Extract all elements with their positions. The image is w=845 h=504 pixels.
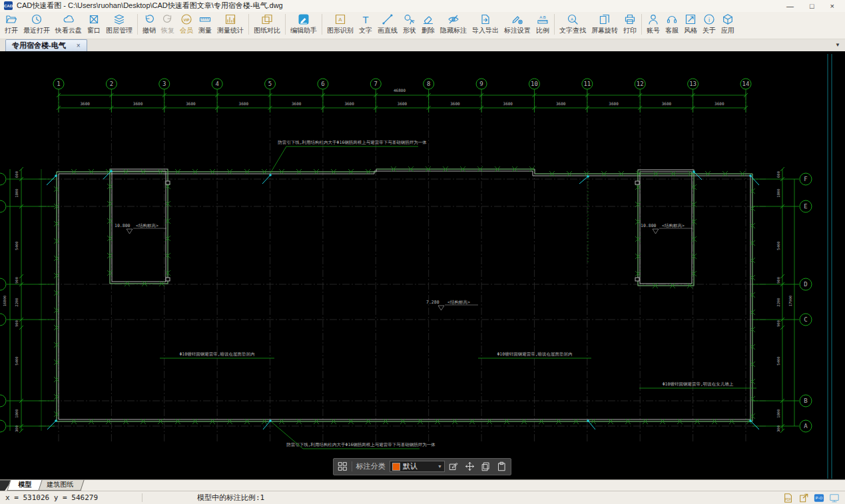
toolbar-separator <box>554 14 555 35</box>
cloud-icon <box>63 13 75 26</box>
toolbar-item-redo[interactable]: 恢复 <box>158 13 177 35</box>
tab-close-icon[interactable]: × <box>77 42 81 49</box>
toolbar-item-compare[interactable]: 图纸对比 <box>251 13 283 35</box>
svg-text:900: 900 <box>776 320 780 327</box>
toolbar-collapse-icon[interactable]: ▼ <box>835 42 840 48</box>
annotation-category-dropdown[interactable]: 默认 ▼ <box>390 461 445 472</box>
share-export-icon[interactable] <box>798 493 809 503</box>
toolbar-item-rotate[interactable]: 屏幕旋转 <box>589 13 621 35</box>
toolbar-item-annot-settings[interactable]: 标注设置 <box>501 13 533 35</box>
svg-text:3600: 3600 <box>662 101 672 106</box>
svg-text:<结构标高>: <结构标高> <box>662 223 685 228</box>
toolbar-item-window[interactable]: 窗口 <box>85 13 103 35</box>
search-icon: A <box>567 13 579 26</box>
svg-text:10: 10 <box>531 81 538 87</box>
svg-text:3600: 3600 <box>292 101 302 106</box>
toolbar-item-shape-recog[interactable]: A图形识别 <box>324 13 356 35</box>
toolbar-item-vip[interactable]: VIP会员 <box>177 13 196 35</box>
toolbar-item-measure[interactable]: 测量 <box>196 13 214 35</box>
toolbar-item-undo[interactable]: 撤销 <box>140 13 158 35</box>
move-annotation-icon[interactable] <box>465 461 475 471</box>
svg-text:防雷引下线,利用结构柱内大于Φ16钢筋两根上与避雷带下与基础: 防雷引下线,利用结构柱内大于Φ16钢筋两根上与避雷带下与基础钢筋焊为一体 <box>286 442 435 447</box>
monitor-icon[interactable] <box>829 493 840 503</box>
import-export-icon <box>479 13 491 26</box>
svg-text:2200: 2200 <box>776 298 780 306</box>
toolbar-item-open[interactable]: 打开 <box>2 13 21 35</box>
svg-text:A: A <box>338 17 342 23</box>
toolbar-item-label: 屏幕旋转 <box>591 26 618 35</box>
toolbar-item-layers[interactable]: 图层管理 <box>103 13 135 35</box>
redo-icon <box>162 13 174 26</box>
toolbar-item-label: 导入导出 <box>472 26 499 35</box>
annot-settings-icon <box>511 13 523 26</box>
sheet-tab-layout[interactable]: 建筑图纸 <box>35 480 84 491</box>
print-icon <box>624 13 636 26</box>
pdf-export-icon[interactable]: PDF <box>783 493 794 503</box>
svg-text:900: 900 <box>15 320 19 327</box>
svg-text:3600: 3600 <box>344 101 354 106</box>
svg-text:3600: 3600 <box>450 101 460 106</box>
svg-text:1800: 1800 <box>776 188 780 197</box>
hide-annot-icon <box>447 13 459 26</box>
toolbar-item-recent[interactable]: 最近打开 <box>21 13 53 35</box>
toolbar-item-search[interactable]: A文字查找 <box>557 13 589 35</box>
toolbar-item-cloud[interactable]: 快看云盘 <box>53 13 85 35</box>
toolbar-item-apps[interactable]: 应用 <box>718 13 737 35</box>
toolbar-item-label: 会员 <box>180 26 193 35</box>
layers-icon <box>113 13 125 26</box>
toolbar-separator <box>248 14 249 35</box>
document-tab[interactable]: 专用宿舍楼-电气 × <box>5 39 87 51</box>
svg-text:Φ10镀锌圆钢避雷带,暗设在屋面垫层内: Φ10镀锌圆钢避雷带,暗设在屋面垫层内 <box>497 352 572 357</box>
copy-annotation-icon[interactable] <box>481 461 491 471</box>
svg-text:PDF: PDF <box>785 497 791 501</box>
style-icon <box>685 13 697 26</box>
toolbar-item-erase[interactable]: 删除 <box>419 13 437 35</box>
toolbar-separator <box>285 14 286 35</box>
toolbar-item-label: 编辑助手 <box>290 26 317 35</box>
svg-text:3600: 3600 <box>503 101 513 106</box>
svg-text:5400: 5400 <box>776 241 780 250</box>
document-tab-row: 专用宿舍楼-电气 × ▼ <box>0 39 845 51</box>
toolbar-item-line[interactable]: 画直线 <box>375 13 400 35</box>
toolbar-item-label: 画直线 <box>378 26 398 35</box>
svg-text:1800: 1800 <box>776 409 780 417</box>
compare-icon <box>261 13 273 26</box>
svg-text:10.800: 10.800 <box>641 223 657 228</box>
maximize-button[interactable]: □ <box>810 2 814 10</box>
toolbar-item-edit-assistant[interactable]: 编辑助手 <box>288 13 320 35</box>
toolbar-item-label: 打印 <box>623 26 637 35</box>
svg-text:i: i <box>708 17 710 23</box>
sheet-tab-model[interactable]: 模型 <box>7 480 42 491</box>
toolbar-item-hide-annot[interactable]: 隐藏标注 <box>437 13 469 35</box>
svg-text:16800: 16800 <box>3 295 7 306</box>
svg-text:1800: 1800 <box>15 409 19 417</box>
p-o-icon[interactable]: P-O <box>814 493 824 503</box>
undo-icon <box>143 13 155 26</box>
toolbar-item-scale[interactable]: A:B比例 <box>533 13 552 35</box>
toolbar-item-text[interactable]: T文字 <box>356 13 375 35</box>
svg-text:A:B: A:B <box>539 15 546 19</box>
edit-annotation-icon[interactable] <box>449 461 459 471</box>
toolbar-item-about[interactable]: i关于 <box>700 13 718 35</box>
paste-annotation-icon[interactable] <box>497 461 507 471</box>
svg-text:300: 300 <box>15 425 19 432</box>
toolbar-separator <box>641 14 642 35</box>
toolbar-item-account[interactable]: 账号 <box>644 13 663 35</box>
cad-viewport[interactable]: 1360023600336004360053600636007360083600… <box>0 51 845 480</box>
minimize-button[interactable]: — <box>786 2 794 10</box>
close-button[interactable]: × <box>830 2 834 10</box>
toolbar-item-support[interactable]: 客服 <box>663 13 681 35</box>
svg-text:防雷引下线,利用结构柱内大于Φ16钢筋两根上与避雷带下与基础: 防雷引下线,利用结构柱内大于Φ16钢筋两根上与避雷带下与基础钢筋焊为一体 <box>278 140 427 145</box>
annotation-grid-icon[interactable] <box>338 461 348 471</box>
toolbar-item-print[interactable]: 打印 <box>621 13 639 35</box>
toolbar-item-import-export[interactable]: 导入导出 <box>469 13 501 35</box>
toolbar-item-style[interactable]: 风格 <box>681 13 700 35</box>
svg-text:F: F <box>804 176 807 182</box>
category-color-swatch <box>392 463 400 471</box>
svg-text:VIP: VIP <box>184 18 190 22</box>
toolbar-item-measure-stats[interactable]: 测量统计 <box>214 13 246 35</box>
svg-text:3600: 3600 <box>398 101 408 106</box>
toolbar-item-shapes[interactable]: 形状 <box>400 13 419 35</box>
recent-icon <box>31 13 43 26</box>
annotation-toolbar: 标注分类 默认 ▼ <box>333 458 511 475</box>
